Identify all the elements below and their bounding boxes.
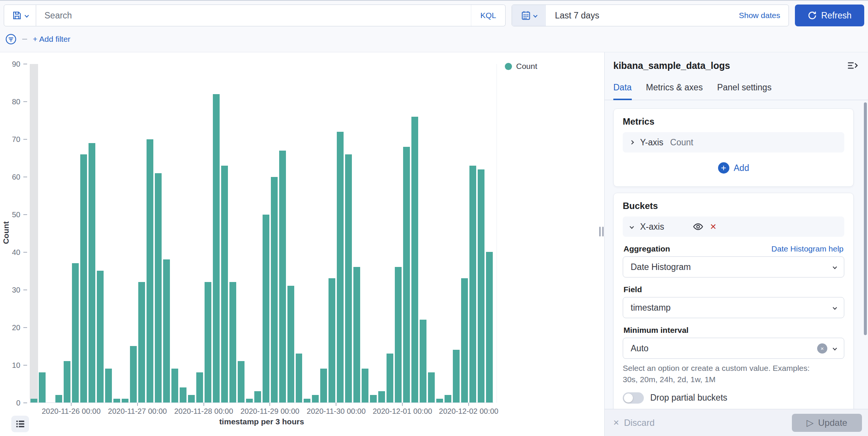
refresh-button[interactable]: Refresh: [795, 5, 864, 26]
y-tick-label: 0: [5, 399, 20, 407]
tab-data[interactable]: Data: [613, 82, 632, 100]
kql-language-button[interactable]: KQL: [471, 5, 505, 26]
bar[interactable]: [221, 166, 228, 402]
bar[interactable]: [80, 154, 87, 402]
bar[interactable]: [213, 94, 220, 402]
bar[interactable]: [445, 395, 451, 402]
y-tick-label: 30: [5, 286, 20, 294]
chevron-down-icon: [833, 305, 837, 309]
date-histogram-help-link[interactable]: Date Histogram help: [772, 244, 844, 253]
bar[interactable]: [246, 399, 253, 402]
bar[interactable]: [420, 320, 426, 402]
bar[interactable]: [31, 399, 37, 402]
refresh-label: Refresh: [821, 11, 852, 21]
bar[interactable]: [55, 395, 62, 402]
update-button[interactable]: ▷ Update: [792, 414, 862, 432]
time-range-value[interactable]: Last 7 days: [546, 11, 739, 21]
bar[interactable]: [147, 139, 153, 402]
eye-icon[interactable]: [693, 221, 703, 232]
drop-partial-buckets-toggle[interactable]: [623, 392, 644, 404]
bar[interactable]: [263, 215, 269, 402]
bar[interactable]: [130, 346, 137, 402]
bar[interactable]: [428, 372, 435, 402]
bar[interactable]: [312, 395, 319, 402]
bar[interactable]: [370, 395, 377, 402]
bar[interactable]: [461, 278, 468, 402]
bar[interactable]: [64, 361, 70, 402]
x-tick-mark: [269, 403, 270, 406]
bar[interactable]: [138, 282, 145, 402]
tab-panel-settings[interactable]: Panel settings: [717, 82, 771, 100]
bar[interactable]: [337, 132, 344, 402]
filter-icon[interactable]: [5, 34, 17, 45]
bar[interactable]: [486, 252, 493, 402]
bar[interactable]: [155, 173, 162, 402]
bar[interactable]: [105, 369, 112, 402]
bar[interactable]: [453, 350, 460, 402]
bucket-row-label: X-axis: [640, 222, 664, 232]
bar[interactable]: [296, 354, 303, 402]
chevron-down-icon: [533, 13, 537, 17]
bar[interactable]: [345, 154, 352, 402]
save-icon: [12, 11, 22, 20]
bar[interactable]: [238, 361, 245, 402]
legend-toggle-button[interactable]: [11, 416, 29, 432]
aggregation-select[interactable]: Date Histogram: [623, 256, 844, 277]
bar[interactable]: [72, 263, 79, 402]
bar[interactable]: [469, 166, 476, 402]
clear-selection-icon[interactable]: ×: [817, 343, 827, 354]
bar[interactable]: [395, 267, 402, 402]
bucket-x-axis-row[interactable]: X-axis ×: [623, 216, 844, 237]
min-interval-combobox[interactable]: Auto ×: [623, 338, 844, 359]
y-tick-mark: [23, 177, 27, 177]
bar[interactable]: [362, 369, 368, 402]
bar[interactable]: [287, 286, 294, 402]
add-filter-link[interactable]: + Add filter: [33, 35, 70, 44]
panel-resize-handle[interactable]: [598, 226, 605, 237]
bar[interactable]: [188, 395, 195, 402]
bar[interactable]: [320, 369, 327, 402]
bar[interactable]: [436, 399, 443, 402]
bar[interactable]: [271, 177, 278, 402]
show-dates-button[interactable]: Show dates: [739, 11, 789, 20]
bar[interactable]: [353, 267, 360, 402]
field-select[interactable]: timestamp: [623, 297, 844, 318]
bar[interactable]: [378, 391, 385, 402]
bar[interactable]: [196, 372, 203, 402]
bar[interactable]: [113, 399, 120, 402]
bar[interactable]: [254, 391, 261, 402]
query-bar: KQL Last 7: [4, 5, 864, 26]
metric-y-axis-row[interactable]: Y-axis Count: [623, 132, 844, 152]
legend-item-count[interactable]: Count: [505, 62, 537, 71]
saved-query-menu-button[interactable]: [4, 5, 36, 26]
bar[interactable]: [304, 399, 310, 402]
bar[interactable]: [387, 354, 393, 402]
bar[interactable]: [403, 147, 410, 402]
bar[interactable]: [97, 271, 104, 402]
search-bar[interactable]: KQL: [36, 5, 506, 26]
discard-button[interactable]: × Discard: [613, 417, 655, 428]
y-tick-mark: [23, 252, 27, 253]
collapse-panel-icon[interactable]: [847, 60, 858, 71]
histogram-bars[interactable]: [30, 64, 494, 402]
bar[interactable]: [411, 117, 418, 402]
panel-scrollbar[interactable]: [864, 102, 867, 335]
bar[interactable]: [205, 282, 211, 402]
discard-label: Discard: [624, 418, 654, 428]
bar[interactable]: [89, 143, 95, 402]
bar[interactable]: [122, 399, 128, 402]
bar[interactable]: [229, 282, 236, 402]
tab-metrics-axes[interactable]: Metrics & axes: [646, 82, 703, 100]
bar[interactable]: [329, 278, 335, 402]
bar[interactable]: [478, 169, 484, 402]
metrics-card: Metrics Y-axis Count + Add: [613, 108, 854, 187]
remove-bucket-icon[interactable]: ×: [710, 221, 716, 232]
bar[interactable]: [163, 259, 170, 402]
bar[interactable]: [39, 372, 46, 402]
bar[interactable]: [171, 369, 178, 402]
search-input[interactable]: [44, 11, 471, 21]
bar[interactable]: [180, 387, 186, 402]
date-quick-menu-button[interactable]: [512, 5, 546, 26]
add-metric-button[interactable]: + Add: [623, 157, 844, 179]
bar[interactable]: [279, 151, 286, 402]
